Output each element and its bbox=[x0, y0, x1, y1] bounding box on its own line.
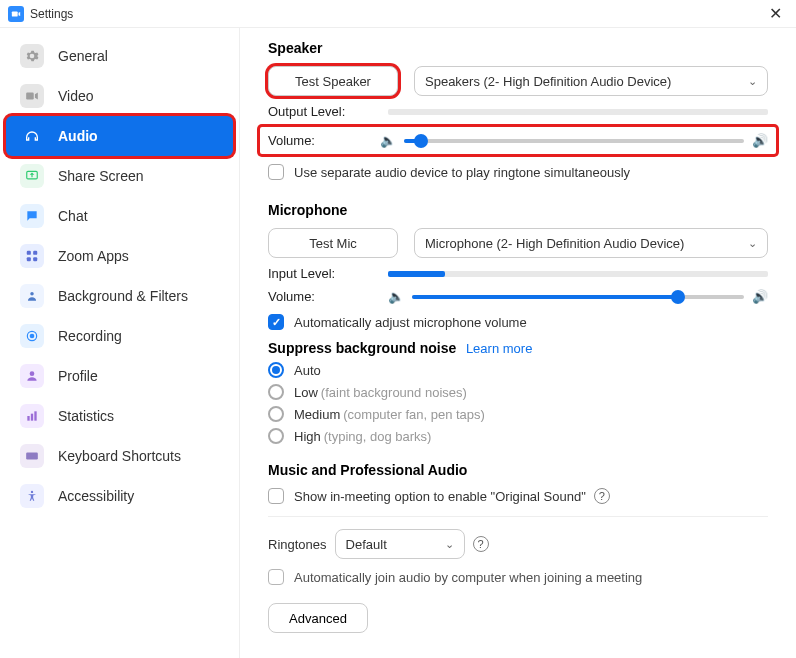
mic-volume-slider[interactable] bbox=[412, 295, 744, 299]
sidebar: GeneralVideoAudioShare ScreenChatZoom Ap… bbox=[0, 28, 240, 658]
suppress-option-label: Low bbox=[294, 385, 318, 400]
sidebar-item-general[interactable]: General bbox=[0, 36, 239, 76]
svg-point-10 bbox=[30, 371, 35, 376]
sidebar-item-label: Video bbox=[58, 88, 94, 104]
ringtone-dropdown[interactable]: Default ⌄ bbox=[335, 529, 465, 559]
input-level-label: Input Level: bbox=[268, 266, 388, 281]
speaker-device-dropdown[interactable]: Speakers (2- High Definition Audio Devic… bbox=[414, 66, 768, 96]
svg-rect-3 bbox=[27, 251, 31, 255]
sidebar-item-label: Statistics bbox=[58, 408, 114, 424]
profile-icon bbox=[20, 364, 44, 388]
sidebar-item-profile[interactable]: Profile bbox=[0, 356, 239, 396]
volume-high-icon: 🔊 bbox=[752, 133, 768, 148]
suppress-option-label: High bbox=[294, 429, 321, 444]
svg-point-15 bbox=[31, 491, 33, 493]
original-sound-label: Show in-meeting option to enable "Origin… bbox=[294, 489, 586, 504]
chevron-down-icon: ⌄ bbox=[748, 75, 757, 88]
svg-rect-4 bbox=[33, 251, 37, 255]
output-level-label: Output Level: bbox=[268, 104, 388, 119]
suppress-radio-auto[interactable] bbox=[268, 362, 284, 378]
test-speaker-button[interactable]: Test Speaker bbox=[268, 66, 398, 96]
learn-more-link[interactable]: Learn more bbox=[466, 341, 532, 356]
chevron-down-icon: ⌄ bbox=[445, 538, 454, 551]
help-icon[interactable]: ? bbox=[473, 536, 489, 552]
suppress-option-hint: (computer fan, pen taps) bbox=[343, 407, 485, 422]
sidebar-item-label: Profile bbox=[58, 368, 98, 384]
sidebar-item-background-filters[interactable]: Background & Filters bbox=[0, 276, 239, 316]
sidebar-item-statistics[interactable]: Statistics bbox=[0, 396, 239, 436]
keyboard-icon bbox=[20, 444, 44, 468]
svg-rect-6 bbox=[33, 257, 37, 261]
input-level-meter bbox=[388, 271, 768, 277]
svg-rect-13 bbox=[34, 411, 36, 420]
close-icon[interactable]: ✕ bbox=[763, 4, 788, 23]
auto-adjust-checkbox[interactable] bbox=[268, 314, 284, 330]
sidebar-item-label: Keyboard Shortcuts bbox=[58, 448, 181, 464]
bg-icon bbox=[20, 284, 44, 308]
sidebar-item-keyboard-shortcuts[interactable]: Keyboard Shortcuts bbox=[0, 436, 239, 476]
auto-join-checkbox[interactable] bbox=[268, 569, 284, 585]
access-icon bbox=[20, 484, 44, 508]
sidebar-item-zoom-apps[interactable]: Zoom Apps bbox=[0, 236, 239, 276]
sidebar-item-recording[interactable]: Recording bbox=[0, 316, 239, 356]
help-icon[interactable]: ? bbox=[594, 488, 610, 504]
sidebar-item-accessibility[interactable]: Accessibility bbox=[0, 476, 239, 516]
suppress-option-hint: (faint background noises) bbox=[321, 385, 467, 400]
separate-audio-checkbox[interactable] bbox=[268, 164, 284, 180]
zoom-app-icon bbox=[8, 6, 24, 22]
sidebar-item-label: Chat bbox=[58, 208, 88, 224]
sidebar-item-label: Background & Filters bbox=[58, 288, 188, 304]
sidebar-item-label: Share Screen bbox=[58, 168, 144, 184]
speaker-volume-label: Volume: bbox=[268, 133, 380, 148]
music-heading: Music and Professional Audio bbox=[268, 462, 768, 478]
sidebar-item-audio[interactable]: Audio bbox=[6, 116, 233, 156]
suppress-radio-medium[interactable] bbox=[268, 406, 284, 422]
svg-rect-0 bbox=[12, 11, 18, 16]
suppress-heading: Suppress background noise bbox=[268, 340, 456, 356]
chat-icon bbox=[20, 204, 44, 228]
titlebar: Settings ✕ bbox=[0, 0, 796, 28]
window-title: Settings bbox=[30, 7, 73, 21]
sidebar-item-label: Audio bbox=[58, 128, 98, 144]
mic-device-value: Microphone (2- High Definition Audio Dev… bbox=[425, 236, 684, 251]
rec-icon bbox=[20, 324, 44, 348]
video-icon bbox=[20, 84, 44, 108]
svg-rect-1 bbox=[26, 93, 34, 100]
svg-point-9 bbox=[30, 334, 35, 339]
test-mic-button[interactable]: Test Mic bbox=[268, 228, 398, 258]
volume-low-icon: 🔈 bbox=[380, 133, 396, 148]
speaker-volume-slider[interactable] bbox=[404, 139, 744, 143]
suppress-option-label: Medium bbox=[294, 407, 340, 422]
sidebar-item-label: Accessibility bbox=[58, 488, 134, 504]
separate-audio-label: Use separate audio device to play ringto… bbox=[294, 165, 630, 180]
speaker-device-value: Speakers (2- High Definition Audio Devic… bbox=[425, 74, 671, 89]
auto-join-label: Automatically join audio by computer whe… bbox=[294, 570, 642, 585]
auto-adjust-label: Automatically adjust microphone volume bbox=[294, 315, 527, 330]
original-sound-checkbox[interactable] bbox=[268, 488, 284, 504]
sidebar-item-video[interactable]: Video bbox=[0, 76, 239, 116]
suppress-option-hint: (typing, dog barks) bbox=[324, 429, 432, 444]
sidebar-item-label: General bbox=[58, 48, 108, 64]
suppress-option-label: Auto bbox=[294, 363, 321, 378]
mic-volume-label: Volume: bbox=[268, 289, 388, 304]
speaker-heading: Speaker bbox=[268, 40, 768, 56]
suppress-radio-high[interactable] bbox=[268, 428, 284, 444]
sidebar-item-share-screen[interactable]: Share Screen bbox=[0, 156, 239, 196]
mic-device-dropdown[interactable]: Microphone (2- High Definition Audio Dev… bbox=[414, 228, 768, 258]
sidebar-item-chat[interactable]: Chat bbox=[0, 196, 239, 236]
microphone-heading: Microphone bbox=[268, 202, 768, 218]
audio-icon bbox=[20, 124, 44, 148]
share-icon bbox=[20, 164, 44, 188]
svg-rect-5 bbox=[27, 257, 31, 261]
svg-point-7 bbox=[30, 292, 34, 296]
chevron-down-icon: ⌄ bbox=[748, 237, 757, 250]
ringtones-label: Ringtones bbox=[268, 537, 327, 552]
advanced-button[interactable]: Advanced bbox=[268, 603, 368, 633]
main-panel: Speaker Test Speaker Speakers (2- High D… bbox=[240, 28, 796, 658]
gear-icon bbox=[20, 44, 44, 68]
stats-icon bbox=[20, 404, 44, 428]
svg-rect-11 bbox=[27, 416, 29, 421]
suppress-radio-low[interactable] bbox=[268, 384, 284, 400]
apps-icon bbox=[20, 244, 44, 268]
ringtone-value: Default bbox=[346, 537, 387, 552]
